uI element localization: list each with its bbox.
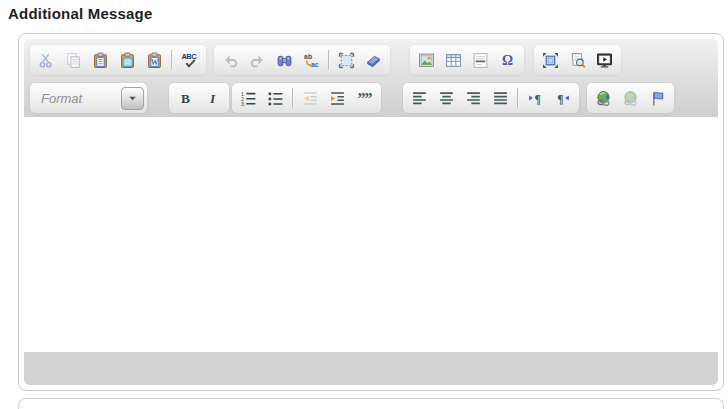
horizontal-rule-icon <box>472 52 489 69</box>
select-all-icon <box>338 52 355 69</box>
toolbar-group <box>587 83 674 113</box>
anchor-icon <box>649 90 666 107</box>
spell-check-button[interactable]: ABC <box>176 48 203 72</box>
toolbar-separator <box>171 50 173 70</box>
align-right-button[interactable] <box>460 86 487 110</box>
toolbar-group: abac <box>214 45 390 75</box>
toolbar-group: Format <box>30 83 147 113</box>
text-direction-ltr-button[interactable]: ¶ <box>522 86 549 110</box>
undo-icon <box>222 52 239 69</box>
svg-text:¶: ¶ <box>557 92 563 105</box>
paste-text-icon <box>119 52 136 69</box>
indent-button[interactable] <box>324 86 351 110</box>
redo-icon <box>249 52 266 69</box>
toolbar-separator <box>292 88 294 108</box>
bold-icon: B <box>177 90 194 107</box>
direction-rtl-icon: ¶ <box>554 90 571 107</box>
cut-icon <box>38 52 55 69</box>
text-direction-rtl-button[interactable]: ¶ <box>549 86 576 110</box>
paste-button[interactable] <box>87 48 114 72</box>
chevron-down-icon[interactable] <box>121 87 144 110</box>
unlink-button <box>617 86 644 110</box>
direction-ltr-icon: ¶ <box>527 90 544 107</box>
blockquote-button[interactable]: ”” <box>351 86 378 110</box>
paste-word-icon: W <box>146 52 163 69</box>
svg-text:3: 3 <box>241 100 244 106</box>
insert-table-button[interactable] <box>440 48 467 72</box>
align-right-icon <box>465 90 482 107</box>
cut-button <box>33 48 60 72</box>
image-icon <box>418 52 435 69</box>
remove-format-button[interactable] <box>360 48 387 72</box>
table-icon <box>445 52 462 69</box>
toolbar-group <box>534 45 621 75</box>
format-dropdown-value: Format <box>33 91 113 106</box>
svg-text:B: B <box>181 90 190 105</box>
bulleted-list-icon <box>267 90 284 107</box>
toolbar-group: BI <box>169 83 229 113</box>
svg-text:ab: ab <box>304 52 312 59</box>
outdent-button <box>297 86 324 110</box>
page-title: Additional Message <box>8 5 152 22</box>
special-character-button[interactable]: Ω <box>494 48 521 72</box>
editor-chrome: WABCabacΩ FormatBI123””¶¶ <box>24 39 718 385</box>
toolbar-separator <box>328 50 330 70</box>
next-section-panel <box>18 398 724 409</box>
toolbar-group: ¶¶ <box>403 83 579 113</box>
replace-icon: abac <box>303 52 320 69</box>
find-button[interactable] <box>271 48 298 72</box>
maximize-button[interactable] <box>537 48 564 72</box>
align-center-icon <box>438 90 455 107</box>
indent-icon <box>329 90 346 107</box>
toolbar-group: 123”” <box>232 83 381 113</box>
toolbar-row-2: FormatBI123””¶¶ <box>30 83 712 113</box>
editor-content-area[interactable] <box>24 117 718 352</box>
special-character-icon: Ω <box>499 52 516 69</box>
svg-text:Ω: Ω <box>502 53 513 68</box>
svg-text:¶: ¶ <box>534 92 540 105</box>
svg-text:ac: ac <box>311 61 319 68</box>
paste-plain-text-button[interactable] <box>114 48 141 72</box>
horizontal-rule-button[interactable] <box>467 48 494 72</box>
toolbar-separator <box>517 88 519 108</box>
redo-button <box>244 48 271 72</box>
insert-image-button[interactable] <box>413 48 440 72</box>
copy-icon <box>65 52 82 69</box>
find-icon <box>276 52 293 69</box>
svg-text:W: W <box>151 57 159 66</box>
remove-format-icon <box>365 52 382 69</box>
format-dropdown[interactable]: Format <box>33 85 144 111</box>
toolbar-group: WABC <box>30 45 206 75</box>
undo-button <box>217 48 244 72</box>
align-justify-button[interactable] <box>487 86 514 110</box>
editor-bottom-bar <box>24 352 718 385</box>
outdent-icon <box>302 90 319 107</box>
blockquote-icon: ”” <box>356 90 373 107</box>
bold-button[interactable]: B <box>172 86 199 110</box>
spell-check-icon: ABC <box>181 52 198 69</box>
editor-toolbar: WABCabacΩ FormatBI123””¶¶ <box>24 39 718 117</box>
align-justify-icon <box>492 90 509 107</box>
align-center-button[interactable] <box>433 86 460 110</box>
numbered-list-icon: 123 <box>240 90 257 107</box>
link-button[interactable] <box>590 86 617 110</box>
numbered-list-button[interactable]: 123 <box>235 86 262 110</box>
align-left-button[interactable] <box>406 86 433 110</box>
align-left-icon <box>411 90 428 107</box>
rich-text-editor: WABCabacΩ FormatBI123””¶¶ <box>18 33 724 391</box>
svg-text:””: ”” <box>358 90 373 107</box>
iframe-icon <box>596 52 613 69</box>
italic-button[interactable]: I <box>199 86 226 110</box>
iframe-button[interactable] <box>591 48 618 72</box>
anchor-button[interactable] <box>644 86 671 110</box>
toolbar-row-1: WABCabacΩ <box>30 45 712 75</box>
svg-text:I: I <box>209 90 216 105</box>
paste-icon <box>92 52 109 69</box>
maximize-icon <box>542 52 559 69</box>
italic-icon: I <box>204 90 221 107</box>
preview-button[interactable] <box>564 48 591 72</box>
bulleted-list-button[interactable] <box>262 86 289 110</box>
select-all-button[interactable] <box>333 48 360 72</box>
replace-button[interactable]: abac <box>298 48 325 72</box>
paste-from-word-button[interactable]: W <box>141 48 168 72</box>
